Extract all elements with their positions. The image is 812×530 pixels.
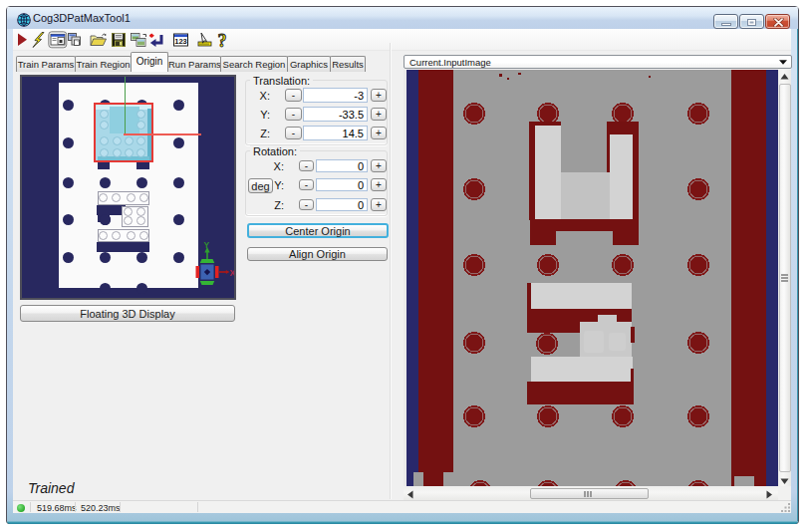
svg-text:Y: Y [204, 240, 210, 250]
svg-text:X: X [230, 268, 235, 278]
svg-text:?: ? [218, 31, 227, 51]
svg-text:123: 123 [174, 37, 187, 46]
